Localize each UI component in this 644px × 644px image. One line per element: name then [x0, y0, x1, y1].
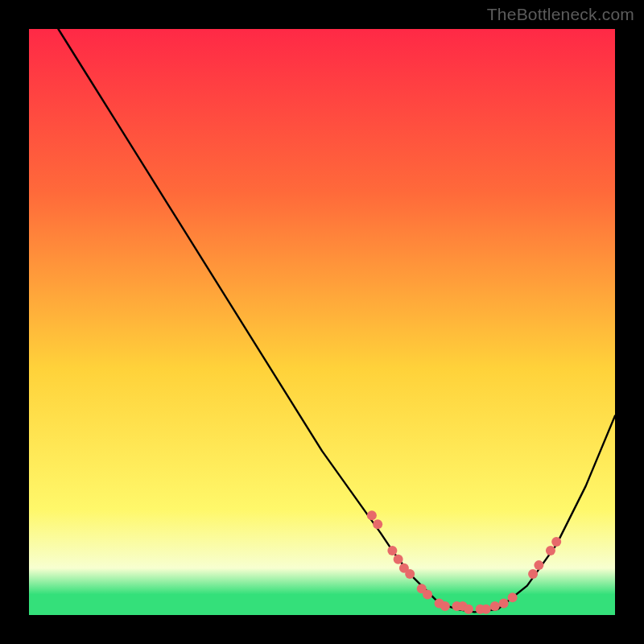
data-marker	[534, 560, 543, 570]
data-marker	[490, 601, 500, 611]
data-marker	[508, 592, 518, 602]
data-marker	[440, 601, 450, 611]
data-marker	[387, 546, 397, 555]
data-marker	[528, 569, 538, 579]
data-marker	[373, 519, 382, 529]
data-marker	[367, 510, 377, 520]
data-marker	[551, 537, 561, 547]
data-marker	[499, 598, 509, 608]
plot-area	[29, 29, 615, 615]
data-marker	[423, 590, 432, 600]
curve-layer	[29, 29, 615, 615]
data-marker	[405, 569, 415, 579]
data-marker	[481, 605, 491, 614]
data-marker	[464, 605, 473, 614]
marker-group	[367, 510, 561, 613]
bottleneck-curve	[58, 29, 615, 612]
data-marker	[546, 546, 555, 555]
chart-frame: TheBottleneck.com	[0, 0, 644, 644]
data-marker	[394, 555, 403, 564]
watermark-text: TheBottleneck.com	[487, 5, 634, 24]
